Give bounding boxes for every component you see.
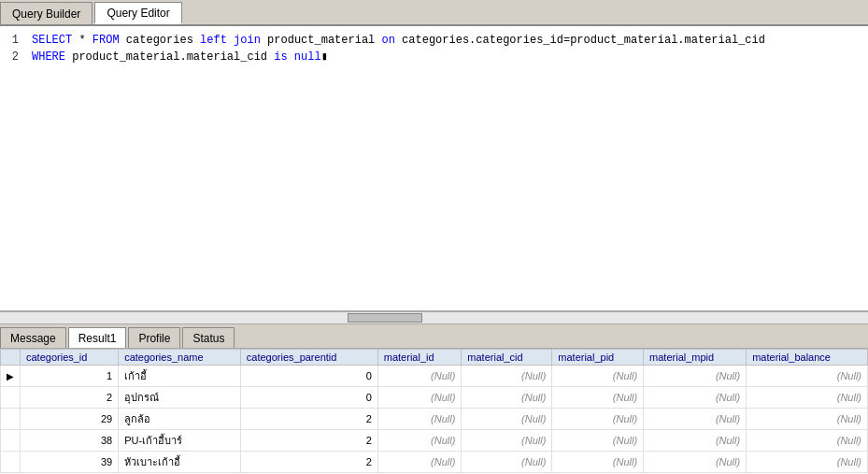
tab-status[interactable]: Status bbox=[182, 327, 235, 348]
scrollbar-track[interactable] bbox=[0, 313, 868, 323]
row-indicator bbox=[1, 387, 21, 409]
col-header-material-id: material_id bbox=[377, 350, 462, 366]
cell-material-mpid: (Null) bbox=[644, 366, 747, 387]
cell-material-id: (Null) bbox=[377, 430, 462, 452]
tab-profile-label: Profile bbox=[138, 332, 170, 345]
cell-material-cid: (Null) bbox=[462, 366, 552, 387]
cell-categories-parentid: 0 bbox=[240, 387, 377, 409]
cell-categories-parentid: 2 bbox=[240, 452, 377, 473]
cell-material-cid: (Null) bbox=[462, 409, 552, 430]
col-header-indicator bbox=[1, 350, 21, 366]
tab-status-label: Status bbox=[192, 332, 224, 345]
results-area[interactable]: categories_id categories_name categories… bbox=[0, 349, 868, 474]
line-number-1: 1 bbox=[7, 32, 19, 49]
kw-left-join: left join bbox=[200, 34, 261, 47]
cell-categories-id: 39 bbox=[21, 452, 119, 473]
col-header-material-balance: material_balance bbox=[747, 350, 868, 366]
table-row: 29 ลูกล้อ 2 (Null) (Null) (Null) (Null) … bbox=[1, 409, 868, 430]
row-indicator bbox=[1, 409, 21, 430]
cell-material-balance: (Null) bbox=[747, 430, 868, 452]
row-indicator bbox=[1, 452, 21, 473]
cell-material-cid: (Null) bbox=[462, 387, 552, 409]
horizontal-scrollbar[interactable] bbox=[0, 311, 868, 324]
cell-material-id: (Null) bbox=[377, 452, 462, 473]
tab-bar: Query Builder Query Editor bbox=[0, 0, 868, 26]
scrollbar-thumb[interactable] bbox=[348, 313, 422, 323]
code-editor[interactable]: SELECT * FROM categories left join produ… bbox=[26, 26, 868, 310]
cell-material-id: (Null) bbox=[377, 387, 462, 409]
kw-on: on bbox=[382, 34, 395, 47]
col-header-categories-name: categories_name bbox=[119, 350, 241, 366]
col-header-material-pid: material_pid bbox=[552, 350, 644, 366]
cell-material-mpid: (Null) bbox=[644, 387, 747, 409]
cell-categories-name: อุปกรณ์ bbox=[119, 387, 241, 409]
kw-where: WHERE bbox=[32, 50, 65, 64]
cell-material-pid: (Null) bbox=[552, 452, 644, 473]
cell-material-cid: (Null) bbox=[462, 452, 552, 473]
col-header-categories-id: categories_id bbox=[21, 350, 119, 366]
cell-categories-name: เก้าอี้ bbox=[119, 366, 241, 387]
tab-result1[interactable]: Result1 bbox=[68, 327, 127, 348]
cell-categories-parentid: 2 bbox=[240, 409, 377, 430]
line-numbers: 1 2 bbox=[0, 26, 26, 310]
col-header-material-mpid: material_mpid bbox=[644, 350, 747, 366]
row-indicator: ▶ bbox=[1, 366, 21, 387]
tab-message[interactable]: Message bbox=[0, 327, 66, 348]
cell-material-pid: (Null) bbox=[552, 409, 644, 430]
cell-material-mpid: (Null) bbox=[644, 409, 747, 430]
cell-categories-id: 38 bbox=[21, 430, 119, 452]
table-row: 2 อุปกรณ์ 0 (Null) (Null) (Null) (Null) … bbox=[1, 387, 868, 409]
cell-material-cid: (Null) bbox=[462, 430, 552, 452]
kw-is-null: is null bbox=[274, 50, 320, 64]
cell-categories-name: PU-เก้าอี้บาร์ bbox=[119, 430, 241, 452]
bottom-panel: Message Result1 Profile Status categorie… bbox=[0, 324, 868, 474]
row-indicator bbox=[1, 430, 21, 452]
tab-query-builder[interactable]: Query Builder bbox=[0, 2, 92, 24]
cell-categories-name: ลูกล้อ bbox=[119, 409, 241, 430]
editor-content[interactable]: 1 2 SELECT * FROM categories left join p… bbox=[0, 26, 868, 310]
cell-material-pid: (Null) bbox=[552, 387, 644, 409]
results-table: categories_id categories_name categories… bbox=[0, 349, 868, 473]
col-header-material-cid: material_cid bbox=[462, 350, 552, 366]
table-row: 39 หัวเบาะเก้าอี้ 2 (Null) (Null) (Null)… bbox=[1, 452, 868, 473]
cell-categories-id: 1 bbox=[21, 366, 119, 387]
bottom-tab-bar: Message Result1 Profile Status bbox=[0, 324, 868, 349]
cell-material-mpid: (Null) bbox=[644, 452, 747, 473]
table-header-row: categories_id categories_name categories… bbox=[1, 350, 868, 366]
table-row: ▶ 1 เก้าอี้ 0 (Null) (Null) (Null) (Null… bbox=[1, 366, 868, 387]
editor-area: 1 2 SELECT * FROM categories left join p… bbox=[0, 26, 868, 311]
tab-query-editor-label: Query Editor bbox=[107, 7, 169, 20]
tab-query-editor[interactable]: Query Editor bbox=[94, 2, 181, 24]
cell-categories-id: 2 bbox=[21, 387, 119, 409]
tab-profile[interactable]: Profile bbox=[128, 327, 180, 348]
tab-query-builder-label: Query Builder bbox=[12, 7, 80, 21]
cell-categories-name: หัวเบาะเก้าอี้ bbox=[119, 452, 241, 473]
cell-material-balance: (Null) bbox=[747, 452, 868, 473]
table-row: 38 PU-เก้าอี้บาร์ 2 (Null) (Null) (Null)… bbox=[1, 430, 868, 452]
cell-material-id: (Null) bbox=[377, 366, 462, 387]
kw-select: SELECT bbox=[32, 34, 72, 47]
tab-message-label: Message bbox=[10, 332, 56, 345]
cell-material-balance: (Null) bbox=[747, 409, 868, 430]
cell-material-pid: (Null) bbox=[552, 366, 644, 387]
cell-material-id: (Null) bbox=[377, 409, 462, 430]
cell-material-balance: (Null) bbox=[747, 387, 868, 409]
tab-result1-label: Result1 bbox=[78, 332, 117, 345]
cell-categories-id: 29 bbox=[21, 409, 119, 430]
col-header-categories-parentid: categories_parentid bbox=[240, 350, 377, 366]
kw-from: FROM bbox=[92, 34, 120, 47]
line-number-2: 2 bbox=[7, 49, 19, 65]
cell-categories-parentid: 2 bbox=[240, 430, 377, 452]
cell-categories-parentid: 0 bbox=[240, 366, 377, 387]
cell-material-balance: (Null) bbox=[747, 366, 868, 387]
cell-material-pid: (Null) bbox=[552, 430, 644, 452]
cell-material-mpid: (Null) bbox=[644, 430, 747, 452]
